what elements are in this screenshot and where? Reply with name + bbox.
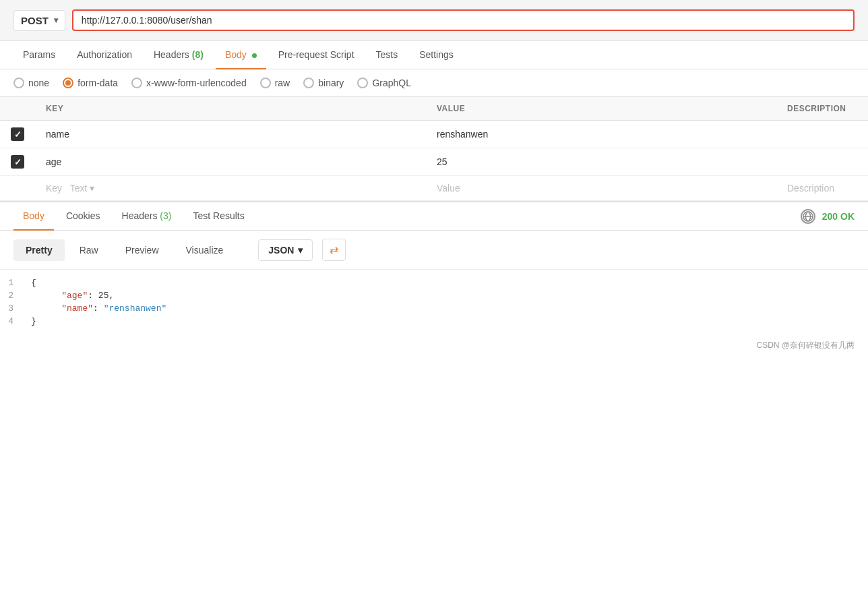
- code-line-2: 2 "age": 25,: [0, 289, 868, 302]
- tab-headers[interactable]: Headers (8): [144, 41, 213, 69]
- resp-tab-cookies[interactable]: Cookies: [57, 202, 110, 231]
- url-input[interactable]: [82, 15, 845, 26]
- row-1-checkbox[interactable]: ✓: [11, 127, 24, 141]
- new-row-key-cell[interactable]: Key Text ▾: [35, 176, 426, 201]
- tab-pre-request[interactable]: Pre-request Script: [269, 41, 364, 69]
- form-table: KEY VALUE DESCRIPTION ✓ name renshanwen …: [0, 97, 868, 201]
- tab-settings[interactable]: Settings: [410, 41, 463, 69]
- col-header-check: [0, 97, 35, 121]
- radio-urlencoded-circle: [131, 78, 142, 88]
- tab-tests[interactable]: Tests: [367, 41, 408, 69]
- line-gutter-1: {: [27, 278, 40, 288]
- row-2-check-cell: ✓: [0, 148, 35, 176]
- radio-none[interactable]: none: [13, 78, 49, 88]
- row-1-key-cell[interactable]: name: [35, 121, 426, 148]
- json-selector-chevron-icon: ▾: [298, 245, 303, 256]
- checkmark-icon: ✓: [14, 129, 22, 140]
- fmt-tab-raw[interactable]: Raw: [67, 239, 111, 261]
- radio-form-data-circle: [63, 78, 73, 88]
- radio-form-data[interactable]: form-data: [63, 78, 118, 88]
- radio-raw[interactable]: raw: [260, 78, 290, 88]
- radio-raw-circle: [260, 78, 271, 88]
- line-content-2: "age": 25,: [40, 291, 868, 301]
- code-line-1: 1 {: [0, 276, 868, 289]
- line-num-3: 3: [0, 303, 27, 314]
- method-label: POST: [21, 15, 49, 26]
- watermark: CSDN @奈何碎银没有几两: [0, 334, 868, 357]
- line-num-1: 1: [0, 278, 27, 288]
- row-2-value-cell[interactable]: 25: [426, 148, 776, 176]
- url-bar: POST ▾: [0, 0, 868, 41]
- radio-graphql-circle: [357, 78, 368, 88]
- new-row-desc-cell[interactable]: Description: [776, 176, 868, 201]
- row-1-value-cell[interactable]: renshanwen: [426, 121, 776, 148]
- table-row: ✓ name renshanwen: [0, 121, 868, 148]
- checkmark-icon: ✓: [14, 157, 22, 167]
- tab-authorization[interactable]: Authorization: [67, 41, 142, 69]
- desc-placeholder-text: Description: [787, 183, 834, 194]
- radio-graphql[interactable]: GraphQL: [357, 78, 411, 88]
- col-header-value: VALUE: [426, 97, 776, 121]
- code-line-4: 4 }: [0, 315, 868, 328]
- body-dot-icon: [252, 53, 257, 58]
- globe-icon: [801, 209, 815, 224]
- resp-tab-body[interactable]: Body: [13, 202, 54, 231]
- key-placeholder-text: Key: [46, 183, 62, 194]
- radio-none-circle: [13, 78, 24, 88]
- line-num-4: 4: [0, 316, 27, 326]
- code-area: 1 { 2 "age": 25, 3 "name": "renshanwen" …: [0, 270, 868, 334]
- line-gutter-4: }: [27, 316, 40, 326]
- text-type-button[interactable]: Text ▾: [70, 183, 95, 194]
- status-badge: 200 OK: [822, 211, 855, 222]
- tab-params[interactable]: Params: [13, 41, 65, 69]
- fmt-tab-pretty[interactable]: Pretty: [13, 239, 65, 261]
- wrap-button[interactable]: ⇄: [322, 239, 346, 261]
- row-1-desc-cell[interactable]: [776, 121, 868, 148]
- tab-body[interactable]: Body: [216, 41, 266, 69]
- text-type-chevron-icon: ▾: [90, 183, 94, 194]
- response-tabs: Body Cookies Headers (3) Test Results 20…: [0, 202, 868, 231]
- table-row-new: Key Text ▾ Value Description: [0, 176, 868, 201]
- table-row: ✓ age 25: [0, 148, 868, 176]
- method-selector[interactable]: POST ▾: [13, 10, 65, 31]
- url-input-wrapper: [72, 9, 855, 31]
- json-format-selector[interactable]: JSON ▾: [258, 239, 313, 261]
- request-tabs: Params Authorization Headers (8) Body Pr…: [0, 41, 868, 69]
- radio-binary[interactable]: binary: [303, 78, 344, 88]
- format-tabs: Pretty Raw Preview Visualize JSON ▾ ⇄: [0, 231, 868, 270]
- headers-badge: (8): [192, 49, 204, 60]
- col-header-key: KEY: [35, 97, 426, 121]
- response-status-area: 200 OK: [801, 209, 855, 224]
- radio-urlencoded[interactable]: x-www-form-urlencoded: [131, 78, 247, 88]
- resp-tab-headers[interactable]: Headers (3): [113, 202, 181, 231]
- row-1-check-cell: ✓: [0, 121, 35, 148]
- response-section: Body Cookies Headers (3) Test Results 20…: [0, 201, 868, 357]
- method-chevron-icon: ▾: [54, 16, 58, 25]
- fmt-tab-preview[interactable]: Preview: [113, 239, 171, 261]
- value-placeholder-text: Value: [437, 183, 460, 194]
- code-line-3: 3 "name": "renshanwen": [0, 302, 868, 315]
- line-num-2: 2: [0, 291, 27, 301]
- fmt-tab-visualize[interactable]: Visualize: [174, 239, 236, 261]
- body-type-row: none form-data x-www-form-urlencoded raw…: [0, 69, 868, 97]
- radio-binary-circle: [303, 78, 314, 88]
- line-content-3: "name": "renshanwen": [40, 303, 868, 314]
- col-header-description: DESCRIPTION: [776, 97, 868, 121]
- row-2-key-cell[interactable]: age: [35, 148, 426, 176]
- new-row-check-cell: [0, 176, 35, 201]
- table-header-row: KEY VALUE DESCRIPTION: [0, 97, 868, 121]
- row-2-checkbox[interactable]: ✓: [11, 155, 24, 169]
- wrap-icon: ⇄: [330, 243, 338, 256]
- resp-headers-badge: (3): [160, 210, 171, 221]
- new-row-value-cell[interactable]: Value: [426, 176, 776, 201]
- resp-tab-test-results[interactable]: Test Results: [183, 202, 253, 231]
- row-2-desc-cell[interactable]: [776, 148, 868, 176]
